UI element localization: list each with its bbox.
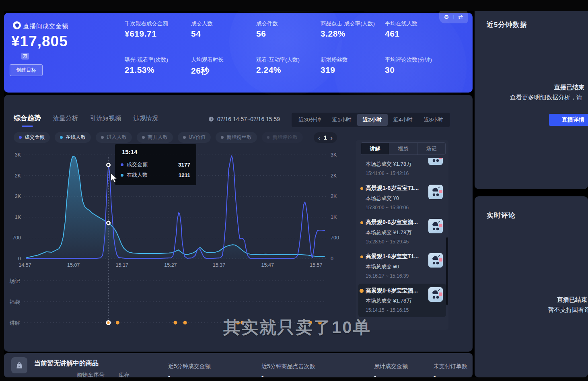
explain-list[interactable]: 高景观0-6岁宝宝溜... 本场总成交 ¥1.78万 15:41:06 ~ 15…	[358, 158, 446, 327]
explain-tab-luckybag[interactable]: 福袋	[389, 143, 417, 154]
explain-list-item[interactable]: 高景观1-6岁宝宝T1... 本场总成交 ¥0 15:30:00 ~ 15:30…	[358, 181, 446, 214]
tooltip-dot	[121, 174, 123, 177]
metric-column: 平均在线人数 461 平均评论次数(分钟) 30	[385, 13, 453, 93]
metric-value: 56	[256, 29, 266, 39]
tooltip-row: 成交金额 3177	[121, 161, 190, 168]
create-goal-button[interactable]: 创建目标	[10, 64, 43, 76]
svg-text:福袋: 福袋	[9, 299, 20, 305]
no-explaining-product-title: 当前暂无讲解中的商品	[34, 359, 99, 368]
bottom-metric-value: -	[261, 373, 263, 377]
explain-tab-log[interactable]: 场记	[417, 143, 445, 154]
metric-column: 成交人数 54 人均观看时长 26秒	[191, 13, 259, 93]
product-sub-labels: 购物车序号 库存	[76, 372, 130, 377]
trend-panel: 综合趋势 流量分析 引流短视频 违规情况 07/16 14:57~07/16 1…	[4, 95, 473, 352]
svg-text:15:27: 15:27	[164, 262, 177, 268]
bottom-metric-label: 累计成交金额	[374, 363, 408, 370]
scrollbar-thumb[interactable]	[446, 237, 448, 305]
product-time-range: 15:41:06 ~ 15:42:16	[366, 171, 442, 176]
metric-value: 30	[385, 65, 395, 75]
shopping-bag-icon	[11, 357, 27, 373]
tooltip-time: 15:14	[122, 148, 137, 155]
metric-value: 319	[321, 65, 335, 75]
metric-label: 新增粉丝数	[321, 56, 348, 64]
explain-tab-explain[interactable]: 讲解	[361, 143, 389, 154]
live-detail-button[interactable]: 直播详情	[549, 114, 588, 126]
screen: { "banner": { "title": "直播间成交金额", "value…	[0, 0, 588, 381]
explain-dot	[360, 255, 363, 258]
metric-label: 成交件数	[256, 20, 278, 27]
metric-value: 3.28%	[321, 29, 345, 39]
tooltip-value: 1211	[179, 172, 190, 178]
comments-ended-text: 直播已结束	[535, 295, 588, 305]
explain-dot	[360, 221, 363, 224]
svg-text:15:07: 15:07	[67, 262, 80, 268]
svg-text:2K: 2K	[331, 173, 337, 179]
metric-label: 曝光-观看率(次数)	[125, 56, 168, 64]
svg-text:3K: 3K	[331, 152, 337, 158]
product-thumbnail	[428, 158, 443, 165]
metric-label: 商品点击-成交率(人数)	[321, 20, 375, 27]
bottom-metric-label: 近5分钟商品点击次数	[261, 363, 315, 370]
product-time-range: 15:30:00 ~ 15:30:06	[366, 205, 442, 210]
explain-list-item[interactable]: 高景观0-6岁宝宝溜... 本场总成交 ¥1.78万 15:28:50 ~ 15…	[358, 215, 446, 249]
switch-view-icon[interactable]: ⇄	[458, 14, 463, 20]
metric-label: 平均评论次数(分钟)	[385, 56, 432, 64]
bottom-metric-label: 近5分钟成交金额	[168, 363, 211, 370]
svg-text:2K: 2K	[331, 194, 337, 199]
explain-list-item[interactable]: 高景观0-6岁宝宝溜... 本场总成交 ¥1.78万 15:41:06 ~ 15…	[358, 158, 446, 180]
chart-tooltip: 15:14 成交金额 3177 在线人数 1211	[115, 144, 196, 185]
comments-title: 实时评论	[487, 211, 516, 220]
letterbox-bottom	[0, 377, 588, 381]
tooltip-label: 成交金额	[127, 161, 148, 168]
gmv-unit-badge: 万	[21, 53, 29, 60]
letterbox-left	[0, 0, 4, 381]
svg-text:1K: 1K	[15, 214, 21, 220]
explain-list-item-selected[interactable]: 高景观0-6岁宝宝溜... 本场总成交 ¥1.78万 15:14:15 ~ 15…	[358, 284, 446, 317]
gmv-value: ¥17,805	[11, 33, 68, 50]
tooltip-label: 在线人数	[127, 171, 148, 179]
svg-text:2K: 2K	[15, 194, 21, 199]
product-time-range: 15:28:50 ~ 15:29:45	[366, 239, 442, 245]
kpi-banner: 直播间成交金额 ¥17,805 万 创建目标 ⚙ | ⇄ 千次观看成交金额 ¥6…	[4, 13, 473, 93]
metric-value: 54	[191, 29, 201, 39]
metric-label: 观看-互动率(人数)	[256, 56, 300, 64]
metric-value: 2.24%	[256, 65, 281, 75]
banner-title: 直播间成交金额	[23, 23, 68, 30]
explain-event-dot	[174, 321, 177, 325]
comments-unsupported-text: 暂不支持回看评论	[535, 305, 588, 315]
product-time-range: 15:16:27 ~ 15:16:39	[366, 273, 442, 279]
metric-label: 千次观看成交金额	[125, 20, 168, 27]
see-more-text: 查看更多明细数据分析，请	[510, 94, 582, 101]
svg-text:场记: 场记	[9, 278, 20, 284]
stroller-image	[428, 219, 443, 233]
explain-list-item[interactable]: 高景观1-6岁宝宝T1... 本场总成交 ¥0 15:16:27 ~ 15:16…	[358, 249, 446, 283]
metric-value: 461	[385, 29, 400, 39]
tooltip-dot	[121, 163, 123, 166]
cart-index-label: 购物车序号	[76, 372, 105, 377]
metric-column: 成交件数 56 观看-互动率(人数) 2.24%	[256, 13, 325, 93]
svg-text:700: 700	[12, 235, 21, 241]
tooltip-row: 在线人数 1211	[121, 171, 190, 179]
metric-column: 千次观看成交金额 ¥619.71 曝光-观看率(次数) 21.53%	[125, 13, 193, 93]
stroller-image	[428, 158, 443, 165]
stock-label: 库存	[118, 372, 130, 377]
explain-dot	[360, 187, 363, 190]
metric-column: 商品点击-成交率(人数) 3.28% 新增粉丝数 319	[321, 13, 389, 93]
metric-value: 21.53%	[125, 65, 154, 75]
svg-text:讲解: 讲解	[10, 320, 20, 326]
svg-text:3K: 3K	[15, 152, 21, 158]
shield-icon	[13, 21, 21, 29]
svg-text:15:37: 15:37	[213, 262, 225, 268]
product-thumbnail	[428, 253, 443, 268]
svg-text:0: 0	[331, 256, 333, 262]
bottom-metric-value: -	[374, 373, 376, 377]
current-product-bar: 当前暂无讲解中的商品 购物车序号 库存 近5分钟成交金额 - 近5分钟商品点击次…	[4, 353, 473, 377]
bottom-metric-label: 未支付订单数	[434, 363, 467, 370]
stroller-image	[428, 185, 443, 199]
live-ended-text: 直播已结束	[554, 84, 584, 91]
explain-event-dot	[116, 321, 119, 325]
metric-value: ¥619.71	[125, 29, 156, 39]
metric-value: 26秒	[191, 65, 210, 76]
metric-label: 人均观看时长	[191, 56, 224, 64]
svg-text:700: 700	[331, 235, 339, 241]
